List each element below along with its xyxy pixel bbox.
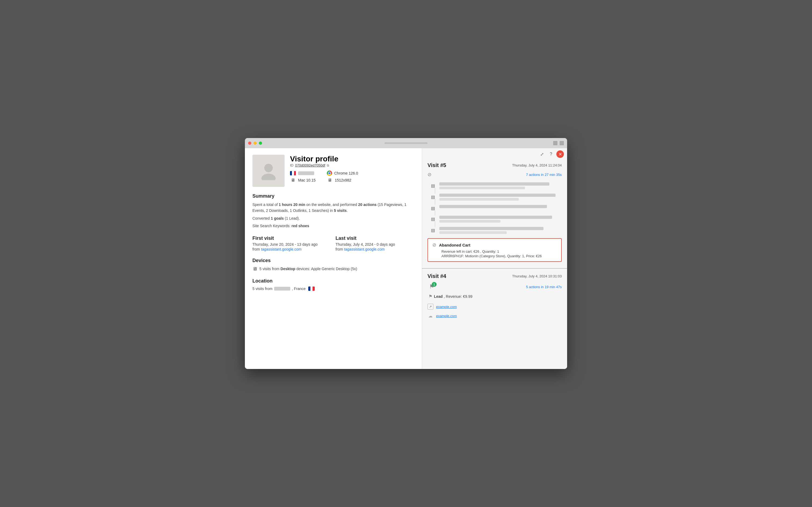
download-link-row: ☁ example.com — [427, 311, 562, 320]
external-link-row: ↗ example.com — [427, 302, 562, 311]
minimize-button[interactable] — [253, 142, 257, 145]
last-visit-block: Last visit Thursday, July 4, 2024 - 0 da… — [336, 235, 415, 251]
location-flag-icon — [308, 287, 315, 291]
timeline-item-2: ▤ — [429, 191, 562, 203]
blurred-content-4 — [439, 216, 552, 219]
visit-4-block: Visit #4 Thursday, July 4, 2024 10:31:03… — [422, 269, 567, 325]
location-text-label: 5 visits from — [252, 287, 273, 291]
goal-flag-container: ⚑ 1 — [427, 282, 436, 291]
visit-5-actions-link[interactable]: 7 actions in 27 min 35s — [526, 173, 562, 177]
external-link-icon: ↗ — [427, 304, 433, 309]
expand-icon-button[interactable]: ⤢ — [538, 150, 545, 158]
mac-os-icon: 🖥 — [290, 178, 296, 182]
split-view-icon[interactable] — [560, 141, 564, 145]
profile-title: Visitor profile — [290, 155, 358, 163]
address-bar[interactable] — [385, 142, 427, 144]
location-city-blurred — [274, 287, 290, 291]
page-icon-5: ▤ — [429, 227, 436, 233]
summary-visits-bold: 5 visits — [334, 208, 346, 213]
first-visit-date: Thursday, June 20, 2024 - 13 days ago — [252, 242, 331, 246]
resolution-label: 1512x982 — [335, 178, 351, 182]
app-window: Visitor profile ID 070d0092ed7050df ⧉ — [245, 138, 567, 369]
location-section: Location 5 visits from , France — [252, 278, 414, 291]
visit-4-datetime: Thursday, July 4, 2024 10:31:03 — [512, 274, 562, 278]
summary-search: Site Search Keywords: red shoes — [252, 223, 414, 229]
first-visit-block: First visit Thursday, June 20, 2024 - 13… — [252, 235, 331, 251]
download-link-text[interactable]: example.com — [436, 314, 457, 318]
close-button[interactable] — [248, 142, 251, 145]
visit-5-timeline: ▤ ▤ — [427, 180, 562, 236]
blurred-content-2 — [439, 193, 556, 197]
visit-5-title: Visit #5 — [427, 162, 446, 168]
window-controls — [553, 141, 564, 145]
left-panel: Visitor profile ID 070d0092ed7050df ⧉ — [245, 148, 422, 369]
device-text: 5 visits from Desktop devices: Apple Gen… — [259, 267, 357, 271]
visit-4-title: Visit #4 — [427, 273, 446, 279]
copy-id-icon[interactable]: ⧉ — [327, 164, 329, 167]
devices-section: Devices 🖥 5 visits from Desktop devices:… — [252, 258, 414, 272]
visit-5-header: Visit #5 Thursday, July 4, 2024 11:24:04 — [427, 162, 562, 168]
visit-4-header: Visit #4 Thursday, July 4, 2024 10:31:03 — [427, 273, 562, 279]
timeline-item-1: ▤ — [429, 180, 562, 191]
timeline-item-5: ▤ — [429, 225, 562, 236]
os-item: 🖥 Mac 10.15 — [290, 178, 322, 182]
timeline-item-3: ▤ — [429, 203, 562, 214]
last-visit-link[interactable]: tagassistant.google.com — [344, 247, 385, 251]
abandoned-cart-box: ⊘ Abandoned Cart Revenue left in cart: €… — [427, 238, 562, 262]
blurred-content-1 — [439, 182, 549, 185]
abandoned-cart-icon: ⊘ — [432, 242, 437, 248]
maximize-button[interactable] — [259, 142, 262, 145]
help-icon-button[interactable]: ? — [547, 150, 555, 158]
devices-heading: Devices — [252, 258, 414, 264]
location-country: , France — [292, 287, 305, 291]
last-visit-date: Thursday, July 4, 2024 - 0 days ago — [336, 242, 415, 246]
abandoned-cart-detail-2: ARRÍR6PH1F: MotionIn (Category Store), Q… — [442, 254, 557, 258]
first-visit-link[interactable]: tagassistant.google.com — [261, 247, 301, 251]
visit-5-datetime: Thursday, July 4, 2024 11:24:04 — [512, 163, 562, 167]
summary-heading: Summary — [252, 193, 414, 199]
last-visit-heading: Last visit — [336, 235, 415, 241]
profile-id-value: 070d0092ed7050df — [295, 163, 325, 167]
blurred-content-1b — [439, 187, 525, 189]
device-monitor-icon: 🖥 — [252, 266, 257, 272]
first-visit-heading: First visit — [252, 235, 331, 241]
lead-flag-icon: ⚑ — [428, 294, 432, 299]
last-visit-source: from tagassistant.google.com — [336, 247, 415, 251]
chrome-browser-icon — [327, 171, 332, 176]
close-icon-button[interactable]: ✕ — [557, 150, 564, 158]
download-icon: ☁ — [427, 313, 433, 319]
blurred-content-5b — [439, 231, 507, 234]
device-detail: 🖥 5 visits from Desktop devices: Apple G… — [252, 266, 414, 272]
summary-time-bold: 1 hours 20 min — [279, 203, 305, 207]
summary-actions-bold: 20 actions — [358, 203, 376, 207]
visit-4-actions-link[interactable]: 5 actions in 19 min 47s — [526, 285, 562, 289]
lead-row: ⚑ Lead , Revenue: €9.99 — [427, 294, 562, 299]
sidebar-toggle-icon[interactable] — [553, 141, 558, 145]
os-label: Mac 10.15 — [298, 178, 315, 182]
lead-text: Lead , Revenue: €9.99 — [434, 294, 472, 299]
abandoned-cart-header: ⊘ Abandoned Cart — [432, 242, 557, 248]
country-city-blurred — [298, 171, 314, 175]
timeline-item-4: ▤ — [429, 214, 562, 225]
external-link-text[interactable]: example.com — [436, 305, 457, 309]
browser-label: Chrome 126.0 — [334, 171, 358, 175]
monitor-icon: 🖥 — [327, 178, 333, 182]
svg-point-0 — [264, 164, 273, 172]
summary-section: Summary Spent a total of 1 hours 20 min … — [252, 193, 414, 229]
france-flag — [290, 171, 296, 175]
browser-item: Chrome 126.0 — [327, 171, 358, 176]
resolution-item: 🖥 1512x982 — [327, 178, 358, 182]
right-panel: ⤢ ? ✕ Visit #5 Thursday, July 4, 2024 11… — [422, 148, 567, 369]
abandoned-cart-title: Abandoned Cart — [439, 243, 470, 247]
country-item — [290, 171, 322, 176]
profile-id-label: ID — [290, 163, 293, 167]
blurred-content-3 — [439, 205, 547, 208]
search-keywords: red shoes — [292, 224, 309, 228]
goal-badge: 1 — [432, 282, 437, 287]
location-heading: Location — [252, 278, 414, 284]
panel-action-buttons: ⤢ ? ✕ — [422, 148, 567, 158]
profile-meta: Chrome 126.0 🖥 Mac 10.15 🖥 1512x982 — [290, 171, 358, 182]
blurred-content-2b — [439, 198, 519, 201]
abandoned-cart-detail-1: Revenue left in cart: €26 , Quantity: 1 — [442, 249, 557, 253]
main-content: Visitor profile ID 070d0092ed7050df ⧉ — [245, 148, 567, 369]
